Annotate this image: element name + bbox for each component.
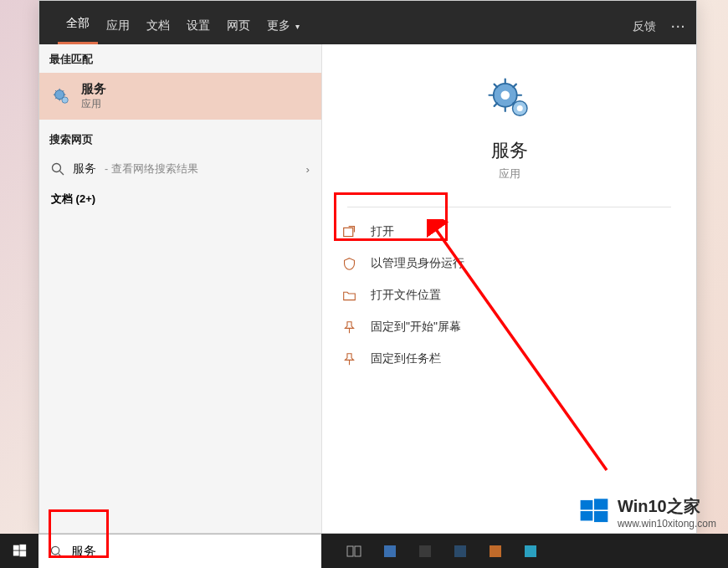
svg-line-11 (60, 171, 64, 176)
taskbar-app-icon[interactable] (417, 543, 433, 560)
svg-rect-40 (454, 545, 466, 557)
svg-rect-36 (347, 546, 353, 556)
detail-title: 服务 (322, 138, 696, 163)
results-detail-pane: 服务 应用 打开 以管理员身份运行 打开文件位置 (322, 44, 696, 533)
folder-icon (341, 289, 357, 303)
web-search-hint: - 查看网络搜索结果 (105, 162, 198, 177)
gear-icon (322, 76, 696, 126)
best-match-title: 服务 (81, 81, 106, 97)
search-input[interactable] (71, 545, 310, 559)
svg-rect-29 (594, 511, 608, 522)
svg-rect-37 (355, 546, 361, 556)
action-label: 打开 (371, 224, 394, 239)
svg-rect-31 (19, 545, 26, 550)
search-tabs: 全部 应用 文档 设置 网页 更多 ▾ 反馈 ··· (39, 1, 696, 44)
chevron-right-icon: › (306, 163, 310, 176)
taskbar-app-icon[interactable] (382, 543, 398, 560)
tab-more[interactable]: 更多 ▾ (259, 7, 308, 44)
svg-rect-42 (525, 545, 536, 557)
watermark-url: www.win10xitong.com (618, 518, 716, 530)
svg-point-23 (516, 105, 522, 111)
taskbar-app-icon[interactable] (522, 543, 539, 560)
best-match-subtitle: 应用 (81, 97, 106, 111)
svg-rect-32 (13, 551, 18, 556)
start-button[interactable] (0, 534, 38, 568)
svg-rect-24 (343, 228, 352, 236)
watermark-title: Win10之家 (618, 495, 716, 518)
action-run-as-admin[interactable]: 以管理员身份运行 (322, 248, 696, 279)
chevron-down-icon: ▾ (293, 22, 300, 31)
shield-icon (341, 257, 357, 271)
search-icon (51, 162, 64, 176)
search-web-header: 搜索网页 (39, 125, 321, 153)
svg-rect-39 (419, 545, 431, 557)
action-open-location[interactable]: 打开文件位置 (322, 279, 696, 311)
task-view-icon[interactable] (346, 543, 363, 560)
svg-line-20 (513, 84, 516, 88)
tab-docs[interactable]: 文档 (138, 7, 178, 44)
action-label: 打开文件位置 (371, 288, 441, 303)
best-match-item[interactable]: 服务 应用 (39, 73, 321, 120)
pin-icon (341, 320, 357, 335)
documents-header[interactable]: 文档 (2+) (39, 185, 321, 213)
svg-rect-41 (490, 545, 501, 557)
action-pin-taskbar[interactable]: 固定到任务栏 (322, 343, 696, 375)
svg-rect-30 (13, 545, 18, 550)
detail-kind: 应用 (322, 166, 696, 182)
tab-apps[interactable]: 应用 (98, 7, 138, 44)
taskbar-search-box[interactable] (38, 534, 321, 568)
open-icon (341, 225, 357, 239)
watermark: Win10之家 www.win10xitong.com (579, 495, 716, 530)
action-pin-start[interactable]: 固定到"开始"屏幕 (322, 311, 696, 343)
svg-line-8 (63, 90, 64, 91)
search-icon (50, 545, 63, 558)
svg-point-21 (500, 91, 510, 100)
best-match-header: 最佳匹配 (39, 44, 321, 73)
svg-line-5 (55, 90, 56, 91)
svg-point-34 (51, 546, 59, 554)
tab-settings[interactable]: 设置 (178, 7, 218, 44)
taskbar-apps (321, 543, 539, 560)
svg-line-17 (494, 84, 497, 88)
svg-point-9 (62, 97, 68, 103)
tab-all[interactable]: 全部 (58, 4, 98, 44)
svg-rect-28 (581, 511, 593, 520)
svg-line-19 (494, 103, 497, 106)
svg-rect-33 (19, 551, 26, 557)
web-search-item[interactable]: 服务 - 查看网络搜索结果 › (39, 153, 321, 185)
more-options-icon[interactable]: ··· (671, 20, 686, 33)
svg-rect-38 (384, 545, 396, 557)
pin-icon (341, 352, 357, 366)
taskbar-app-icon[interactable] (487, 543, 504, 560)
gear-icon (51, 87, 71, 105)
svg-line-7 (55, 98, 56, 99)
action-label: 固定到任务栏 (371, 351, 441, 366)
divider (347, 207, 671, 207)
detail-actions: 打开 以管理员身份运行 打开文件位置 固定到"开始"屏幕 固定到任务栏 (322, 211, 696, 380)
svg-rect-27 (594, 499, 608, 509)
taskbar (0, 534, 728, 568)
taskbar-app-icon[interactable] (452, 543, 469, 560)
search-results-panel: 全部 应用 文档 设置 网页 更多 ▾ 反馈 ··· 最佳匹配 服务 应用 搜索… (38, 0, 697, 534)
svg-point-10 (53, 164, 61, 172)
svg-rect-26 (581, 499, 593, 509)
tab-web[interactable]: 网页 (218, 7, 259, 44)
action-label: 以管理员身份运行 (371, 256, 464, 271)
action-open[interactable]: 打开 (322, 216, 696, 248)
results-left-column: 最佳匹配 服务 应用 搜索网页 服务 - 查看网络搜索结果 › 文档 (2+) (39, 44, 322, 533)
action-label: 固定到"开始"屏幕 (371, 320, 461, 335)
web-search-query: 服务 (73, 161, 96, 177)
svg-line-35 (59, 553, 62, 556)
feedback-link[interactable]: 反馈 (633, 19, 656, 34)
windows-logo-icon (13, 544, 27, 558)
windows-logo-icon (579, 496, 609, 530)
